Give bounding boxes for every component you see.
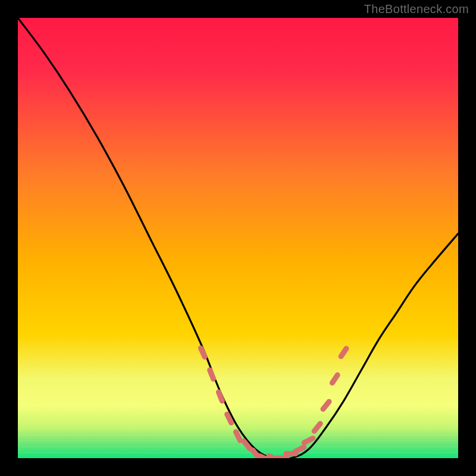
plot-background (18, 18, 458, 458)
curve-marker (201, 348, 205, 357)
curve-marker (304, 439, 312, 443)
bottleneck-chart (0, 0, 476, 476)
curve-marker (210, 370, 214, 379)
curve-marker (218, 392, 222, 401)
curve-marker (227, 414, 231, 422)
curve-marker (295, 447, 303, 452)
chart-stage: TheBottleneck.com (0, 0, 476, 476)
gridline (18, 452, 458, 453)
watermark-text: TheBottleneck.com (364, 2, 469, 16)
gridline (18, 446, 458, 447)
curve-marker (236, 432, 240, 440)
gridline (18, 423, 458, 424)
